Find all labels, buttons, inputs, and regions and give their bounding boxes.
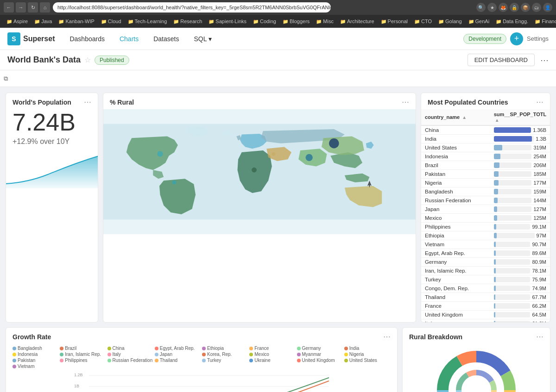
legend-item: Brazil <box>60 346 106 351</box>
rural-breakdown-menu[interactable]: ⋯ <box>536 332 543 341</box>
value-cell: 185M <box>490 170 550 179</box>
rural-breakdown-title: Rural Breakdown <box>409 333 536 341</box>
growth-rate-header: Growth Rate ⋯ <box>6 328 397 344</box>
rural-map-menu[interactable]: ⋯ <box>402 98 409 106</box>
bookmark-arch[interactable]: 📁Architecture <box>337 18 377 25</box>
bookmark-kanban[interactable]: 📁Kanban-WIP <box>56 18 97 25</box>
country-cell: Congo, Dem. Rep. <box>421 284 490 293</box>
population-growth: +12.9% over 10Y <box>6 136 98 149</box>
nav-charts[interactable]: Charts <box>116 33 142 44</box>
published-badge: Published <box>95 56 129 65</box>
table-row: Philippines 99.1M <box>421 223 550 231</box>
dev-badge: Development <box>463 34 506 44</box>
nav-sql[interactable]: SQL ▾ <box>190 33 215 44</box>
bookmarks-bar: 📁Aspire 📁Java 📁Kanban-WIP 📁Cloud 📁Tech-L… <box>0 15 556 28</box>
growth-rate-menu[interactable]: ⋯ <box>383 332 391 341</box>
nav-dashboards[interactable]: Dashboards <box>66 33 108 44</box>
filter-icon[interactable]: ⧉ <box>4 75 8 82</box>
legend-item: China <box>107 346 154 351</box>
world-pop-menu[interactable]: ⋯ <box>84 98 91 106</box>
favorite-icon[interactable]: ☆ <box>84 56 91 64</box>
table-row: Thailand 67.7M <box>421 293 550 302</box>
legend-item: Mexico <box>249 352 296 357</box>
bookmark-misc[interactable]: 📁Misc <box>313 18 336 25</box>
populated-table: country_name ▲ sum__SP_POP_TOTL ▲ China <box>421 109 550 322</box>
search-icon[interactable]: 🔍 <box>476 3 486 12</box>
legend-item: France <box>249 346 296 351</box>
superset-logo[interactable]: S Superset <box>7 32 55 45</box>
legend-item: Turkey <box>202 358 248 363</box>
populated-table-container[interactable]: country_name ▲ sum__SP_POP_TOTL ▲ China <box>421 109 550 322</box>
table-row: India 1.3B <box>421 135 550 143</box>
profile-icon[interactable]: 👤 <box>543 3 552 12</box>
bookmark-golang[interactable]: 📁Golang <box>436 18 464 25</box>
back-btn[interactable]: ← <box>4 2 14 12</box>
most-populated-title: Most Populated Countries <box>428 99 536 106</box>
ext3-icon[interactable]: 📦 <box>521 3 530 12</box>
ext1-icon[interactable]: 🦊 <box>499 3 508 12</box>
edit-dashboard-button[interactable]: EDIT DASHBOARD <box>468 54 535 66</box>
more-options-icon[interactable]: ⋯ <box>540 55 549 65</box>
country-cell: Russian Federation <box>421 196 490 205</box>
population-number: 7.24B <box>6 109 98 136</box>
bookmark-finance[interactable]: 📁FinancialServices <box>532 18 556 25</box>
star-icon[interactable]: ★ <box>487 3 497 12</box>
url-text: http://localhost:8088/superset/dashboard… <box>57 5 331 10</box>
settings-button[interactable]: Settings <box>527 35 549 42</box>
growth-rate-title: Growth Rate <box>13 333 383 341</box>
most-populated-menu[interactable]: ⋯ <box>536 98 543 106</box>
bookmark-research[interactable]: 📁Research <box>171 18 205 25</box>
legend-item: Italy <box>107 352 154 357</box>
table-row: Vietnam 90.7M <box>421 240 550 249</box>
value-cell: 64.5M <box>490 311 550 319</box>
population-chart <box>6 151 98 188</box>
table-row: Bangladesh 159M <box>421 187 550 196</box>
country-cell: Indonesia <box>421 152 490 161</box>
svg-point-2 <box>172 180 177 184</box>
legend-item: Pakistan <box>13 358 59 363</box>
header-right: Development + Settings <box>463 32 549 45</box>
refresh-btn[interactable]: ↻ <box>28 2 38 12</box>
table-row: Pakistan 185M <box>421 170 550 179</box>
bookmark-data[interactable]: 📁Data Engg. <box>493 18 531 25</box>
browser-controls[interactable]: ← → ↻ ⌂ <box>4 2 50 12</box>
bookmark-personal[interactable]: 📁Personal <box>378 18 411 25</box>
country-cell: Iran, Islamic Rep. <box>421 267 490 275</box>
add-button[interactable]: + <box>510 32 523 45</box>
bookmark-aspire[interactable]: 📁Aspire <box>4 18 31 25</box>
legend-item: Korea, Rep. <box>202 352 248 357</box>
table-row: Brazil 206M <box>421 161 550 170</box>
bookmark-sapient[interactable]: 📁Sapient-Links <box>206 18 249 25</box>
ext4-icon[interactable]: 🗂 <box>532 3 541 12</box>
nav-datasets[interactable]: Datasets <box>150 33 183 44</box>
bookmark-bloggers[interactable]: 📁Bloggers <box>280 18 312 25</box>
home-btn[interactable]: ⌂ <box>40 2 50 12</box>
value-cell: 206M <box>490 161 550 170</box>
bookmark-cloud[interactable]: 📁Cloud <box>98 18 124 25</box>
rural-map-header: % Rural ⋯ <box>103 93 416 109</box>
world-population-panel: World's Population ⋯ 7.24B +12.9% over 1… <box>6 93 98 323</box>
legend-item: Japan <box>155 352 201 357</box>
url-bar[interactable]: http://localhost:8088/superset/dashboard… <box>53 2 331 12</box>
growth-legend: BangladeshBrazilChinaEgypt, Arab Rep.Eth… <box>6 344 397 371</box>
ext2-icon[interactable]: 🔒 <box>510 3 519 12</box>
table-row: Iran, Islamic Rep. 78.1M <box>421 267 550 275</box>
bookmark-cto[interactable]: 📁CTO <box>411 18 435 25</box>
bookmark-genai[interactable]: 📁GenAi <box>466 18 493 25</box>
bookmark-tech[interactable]: 📁Tech-Learning <box>125 18 170 25</box>
bookmark-coding[interactable]: 📁Coding <box>250 18 279 25</box>
table-row: Japan 127M <box>421 205 550 214</box>
col-country[interactable]: country_name ▲ <box>421 109 490 125</box>
rural-donut-chart <box>403 344 550 392</box>
country-cell: Philippines <box>421 223 490 231</box>
col-population[interactable]: sum__SP_POP_TOTL ▲ <box>490 109 550 125</box>
forward-btn[interactable]: → <box>16 2 26 12</box>
value-cell: 90.7M <box>490 240 550 249</box>
legend-item: Egypt, Arab Rep. <box>155 346 201 351</box>
bookmark-java[interactable]: 📁Java <box>32 18 55 25</box>
app-header: S Superset Dashboards Charts Datasets SQ… <box>0 28 556 50</box>
country-cell: Vietnam <box>421 240 490 249</box>
country-cell: Italy <box>421 319 490 323</box>
table-row: United States 319M <box>421 143 550 152</box>
legend-item: Myanmar <box>297 352 343 357</box>
